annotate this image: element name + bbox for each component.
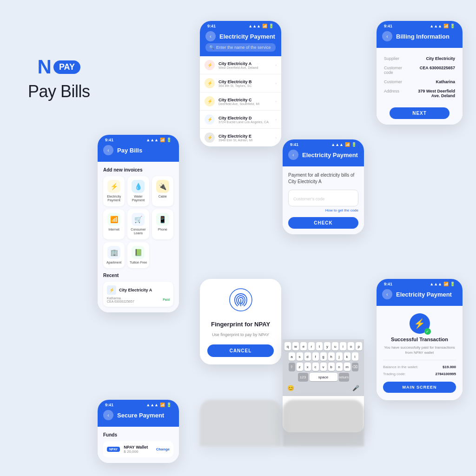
elec-a-addr: West Deerfield Ave, Deland — [218, 66, 271, 69]
success-transaction-title: Successful Transaction — [391, 337, 448, 342]
kb-t[interactable]: t — [316, 342, 323, 350]
invoice-grid: ⚡ ElectricityPayment 💧 WaterPayment 🔌 Ca… — [103, 176, 173, 268]
kb-n[interactable]: n — [336, 363, 343, 371]
elec-e-addr: 3946 Elm St, Adrian, MI — [218, 139, 271, 142]
elec-a-name: City Electricity A — [218, 61, 271, 66]
invoice-tuition[interactable]: 📗 Tuition Free — [127, 242, 149, 268]
fund-change[interactable]: Change — [156, 447, 170, 451]
kb-emoji-icon[interactable]: 😊 — [287, 385, 294, 391]
kb-l[interactable]: l — [352, 352, 358, 361]
kb-h[interactable]: h — [328, 352, 335, 361]
kb-f[interactable]: f — [312, 352, 319, 361]
secure-status-icons: ▲▲▲📶🔋 — [146, 403, 172, 407]
npay-badge: NPAY — [107, 447, 120, 452]
brand-tagline: Pay Bills — [28, 82, 90, 101]
code-label: Customer code — [383, 64, 411, 77]
customer-code-input[interactable]: Customer's code — [288, 190, 358, 206]
success-status-bar: 9:41 ▲▲▲📶🔋 — [382, 279, 457, 287]
billing-table: Supplier City Electricity Customer code … — [382, 53, 457, 101]
kb-y[interactable]: y — [324, 342, 331, 350]
fingerprint-subtitle: Use fingerprint to pay by NPAY — [212, 332, 269, 337]
recent-section-label: Recent — [103, 273, 173, 278]
success-back-btn[interactable]: ‹ — [382, 289, 392, 299]
fingerprint-icon — [229, 288, 252, 316]
success-title: Electricity Payment — [396, 291, 452, 298]
code-input-placeholder: Customer's code — [293, 197, 324, 201]
secure-back-btn[interactable]: ‹ — [103, 410, 113, 420]
list-item[interactable]: ⚡ City Electricity E 3946 Elm St, Adrian… — [200, 129, 281, 146]
kb-c[interactable]: c — [312, 363, 319, 371]
blurred-screen-2 — [283, 400, 364, 446]
kb-g[interactable]: g — [320, 352, 327, 361]
kb-j[interactable]: j — [336, 352, 343, 361]
elec-d-icon: ⚡ — [205, 114, 215, 125]
screen-billing: 9:41 ▲▲▲📶🔋 ‹ Billing Information Supplie… — [377, 21, 463, 125]
billing-back-btn[interactable]: ‹ — [382, 31, 392, 41]
kb-r[interactable]: r — [308, 342, 315, 350]
kb-backspace[interactable]: ⌫ — [352, 363, 358, 371]
invoice-phone[interactable]: 📱 Phone — [152, 209, 173, 239]
brand-section: N PAY Pay Bills — [28, 56, 90, 101]
invoice-internet[interactable]: 📶 Internet — [103, 209, 125, 239]
kb-e[interactable]: e — [300, 342, 307, 350]
kb-v[interactable]: v — [320, 363, 327, 371]
list-item[interactable]: ⚡ City Electricity A West Deerfield Ave,… — [200, 56, 281, 74]
kb-q[interactable]: q — [284, 342, 291, 350]
kb-k[interactable]: k — [344, 352, 350, 361]
secure-title: Secure Payment — [117, 412, 164, 419]
cable-icon: 🔌 — [156, 180, 169, 193]
kb-d[interactable]: d — [304, 352, 311, 361]
internet-label: Internet — [108, 228, 119, 231]
list-item[interactable]: ⚡ City Electricity D 3724 Euclid Lane Lo… — [200, 111, 281, 129]
elec-list-search-bar[interactable]: 🔍 Enter the name of the service — [205, 43, 276, 52]
kb-z[interactable]: z — [297, 363, 303, 371]
kb-shift[interactable]: ⇧ — [289, 363, 295, 371]
check-button[interactable]: CHECK — [288, 217, 358, 229]
kb-b[interactable]: b — [328, 363, 335, 371]
kb-w[interactable]: w — [292, 342, 299, 350]
list-item[interactable]: ⚡ City Electricity C Deerfield Ave, Sout… — [200, 93, 281, 111]
elec-list-title: Electricity Payment — [219, 33, 275, 40]
kb-m[interactable]: m — [344, 363, 350, 371]
kb-row-4: 123 space return — [284, 373, 362, 381]
success-desc: You have successfully paid for transacti… — [383, 345, 456, 355]
invoice-water[interactable]: 💧 WaterPayment — [127, 176, 149, 206]
elec-code-back-btn[interactable]: ‹ — [288, 150, 298, 160]
elec-list-header: 9:41 ▲▲▲📶🔋 ‹ Electricity Payment 🔍 Enter… — [200, 21, 281, 56]
elec-e-info: City Electricity E 3946 Elm St, Adrian, … — [218, 134, 271, 142]
kb-o[interactable]: o — [348, 342, 354, 350]
elec-list-time: 9:41 — [207, 24, 216, 28]
elec-list-back-btn[interactable]: ‹ — [205, 31, 216, 41]
secure-body: Funds NPAY NPAY Wallet $ 20,000 Change — [98, 427, 179, 463]
invoice-apartment[interactable]: 🏢 Apartment — [103, 242, 125, 268]
kb-return[interactable]: return — [339, 373, 349, 381]
kb-a[interactable]: a — [289, 352, 295, 361]
billing-row-customer: Customer Katharina — [383, 78, 456, 86]
kb-x[interactable]: x — [304, 363, 311, 371]
paybills-back-btn[interactable]: ‹ — [103, 145, 113, 155]
billing-header: 9:41 ▲▲▲📶🔋 ‹ Billing Information — [377, 21, 463, 48]
main-screen-button[interactable]: MAIN SCREEN — [383, 382, 456, 393]
kb-s[interactable]: s — [297, 352, 303, 361]
invoice-electricity[interactable]: ⚡ ElectricityPayment — [103, 176, 125, 206]
kb-space[interactable]: space — [310, 373, 337, 381]
fingerprint-cancel-button[interactable]: CANCEL — [207, 344, 274, 357]
next-button[interactable]: NEXT — [390, 107, 450, 119]
funds-item[interactable]: NPAY NPAY Wallet $ 20,000 Change — [103, 441, 173, 457]
kb-123[interactable]: 123 — [298, 373, 308, 381]
phone-label: Phone — [158, 228, 167, 231]
invoice-consumer-loans[interactable]: 🛒 ConsumerLoans — [127, 209, 149, 239]
kb-p[interactable]: p — [356, 342, 362, 350]
how-to-link[interactable]: How to get the code — [288, 208, 358, 212]
recent-item[interactable]: ⚡ City Electricity A Katharina CEA 63000… — [103, 282, 173, 307]
kb-mic-icon[interactable]: 🎤 — [352, 385, 359, 391]
list-item[interactable]: ⚡ City Electricity B 364 8th St, Taylors… — [200, 74, 281, 93]
apartment-label: Apartment — [106, 261, 121, 264]
secure-header: 9:41 ▲▲▲📶🔋 ‹ Secure Payment — [98, 400, 179, 427]
invoice-cable[interactable]: 🔌 Cable — [152, 176, 173, 206]
elec-c-name: City Electricity C — [218, 98, 271, 102]
balance-value: $19.000 — [443, 365, 456, 369]
billing-status-icons: ▲▲▲📶🔋 — [430, 24, 455, 28]
kb-i[interactable]: i — [340, 342, 346, 350]
kb-u[interactable]: u — [332, 342, 338, 350]
